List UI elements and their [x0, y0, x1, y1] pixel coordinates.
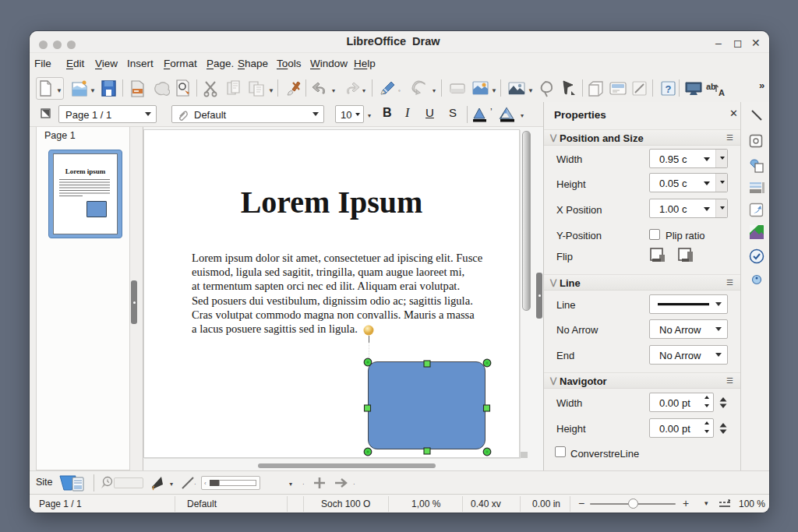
svg-text:?: ?: [666, 83, 672, 95]
svg-text:A: A: [719, 88, 725, 97]
